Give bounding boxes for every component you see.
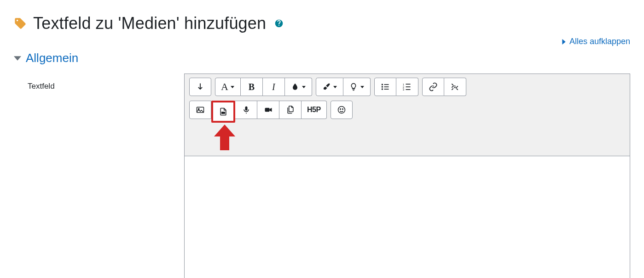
files-icon <box>286 105 295 114</box>
svg-point-2 <box>382 88 383 90</box>
svg-point-19 <box>338 107 345 113</box>
italic-button[interactable]: I <box>263 78 285 96</box>
link-icon <box>429 82 438 91</box>
smile-icon <box>337 105 346 114</box>
svg-rect-17 <box>222 112 224 113</box>
file-video-icon <box>219 107 228 116</box>
svg-point-21 <box>342 109 343 110</box>
expand-all-link[interactable]: Alles aufklappen <box>561 37 630 46</box>
microphone-button[interactable] <box>235 101 257 119</box>
svg-line-12 <box>452 84 453 85</box>
caret-right-icon <box>561 39 567 45</box>
bold-button[interactable]: B <box>241 78 263 96</box>
unlink-button[interactable] <box>444 78 466 96</box>
editor-toolbar: A B I <box>185 74 630 156</box>
image-button[interactable] <box>189 101 211 119</box>
bullet-list-button[interactable] <box>374 78 396 96</box>
editor-content-area[interactable] <box>185 156 630 278</box>
paragraph-style-button[interactable]: A <box>215 78 241 96</box>
svg-text:3: 3 <box>403 88 404 91</box>
bold-icon: B <box>249 82 255 92</box>
arrow-up-icon <box>214 125 235 150</box>
svg-point-0 <box>382 84 383 85</box>
field-label-textfeld: Textfeld <box>14 74 184 91</box>
microphone-icon <box>242 105 251 114</box>
unlink-icon <box>450 82 459 91</box>
svg-line-14 <box>452 88 453 90</box>
section-title: Allgemein <box>26 51 78 65</box>
image-icon <box>196 105 205 114</box>
tag-icon <box>14 17 27 30</box>
chevron-down-icon <box>302 85 306 89</box>
lightbulb-icon <box>349 82 358 91</box>
chevron-down-icon <box>230 85 235 89</box>
letter-a-icon: A <box>221 81 228 93</box>
svg-rect-4 <box>384 86 389 87</box>
svg-rect-10 <box>406 86 411 87</box>
chevron-down-icon <box>333 85 337 89</box>
section-toggle-general[interactable]: Allgemein <box>14 51 630 65</box>
chevron-down-icon <box>360 85 365 89</box>
list-ol-icon: 123 <box>402 82 412 91</box>
text-color-button[interactable] <box>285 78 312 96</box>
expand-all-label: Alles aufklappen <box>569 37 630 46</box>
help-icon[interactable] <box>274 19 284 28</box>
video-camera-icon <box>264 105 273 114</box>
emoji-button[interactable] <box>331 101 353 119</box>
numbered-list-button[interactable]: 123 <box>396 78 418 96</box>
paint-brush-icon <box>322 82 331 91</box>
toggle-toolbar-button[interactable] <box>189 78 211 96</box>
lightbulb-button[interactable] <box>343 78 371 96</box>
manage-files-button[interactable] <box>279 101 302 119</box>
h5p-icon: H5P <box>307 106 321 114</box>
svg-point-20 <box>340 109 341 110</box>
svg-rect-3 <box>384 84 389 85</box>
svg-rect-5 <box>384 89 389 90</box>
list-ul-icon <box>381 82 390 91</box>
svg-point-1 <box>382 86 383 87</box>
svg-rect-11 <box>406 89 411 90</box>
page-title: Textfeld zu 'Medien' hinzufügen <box>33 14 266 33</box>
svg-rect-9 <box>406 84 411 85</box>
rich-text-editor: A B I <box>184 74 630 278</box>
annotation-arrow <box>189 125 625 152</box>
caret-down-icon <box>14 55 21 62</box>
page-heading: Textfeld zu 'Medien' hinzufügen <box>14 14 630 33</box>
record-video-button[interactable] <box>257 101 279 119</box>
italic-icon: I <box>272 82 275 92</box>
link-button[interactable] <box>422 78 444 96</box>
svg-line-13 <box>457 88 458 90</box>
tint-icon <box>290 82 300 91</box>
arrow-down-icon <box>196 82 205 91</box>
h5p-button[interactable]: H5P <box>302 101 327 119</box>
svg-rect-18 <box>265 108 269 112</box>
brush-button[interactable] <box>316 78 343 96</box>
media-button[interactable] <box>211 101 235 123</box>
